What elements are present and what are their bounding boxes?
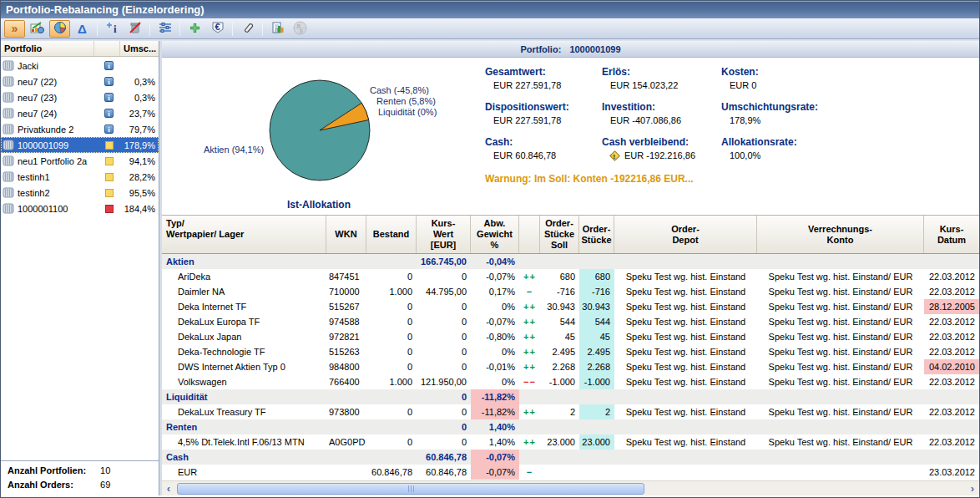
cell-verrechnungs-konto: Speku Test wg. hist. Einstand/ EUR [757, 284, 924, 299]
portfolio-row[interactable]: 1000001100184,4% [1, 201, 159, 216]
cell-bestand [366, 389, 417, 404]
add-info-button[interactable]: i [102, 20, 123, 38]
sliders-button[interactable] [154, 20, 175, 38]
cell-order-stuecke[interactable]: -1.000 [579, 374, 614, 389]
umschichtungsrate-value: 95,5% [122, 188, 159, 198]
portfolio-row[interactable]: neu1 Portfolio 2a94,1% [1, 153, 159, 169]
portfolio-row[interactable]: testinh295,5% [1, 185, 159, 201]
summary-value: EUR 0 [721, 78, 913, 90]
cell-wertpapier: Volkswagen [162, 374, 326, 389]
portfolio-row[interactable]: 1000001099178,9% [1, 137, 159, 153]
table-row[interactable]: Volkswagen7664001.000121.950,000%−−-1.00… [162, 374, 979, 389]
euro-button[interactable]: € [207, 20, 228, 38]
portfolio-row[interactable]: testinh128,2% [1, 169, 159, 185]
eraser-button[interactable] [237, 20, 258, 38]
cell-order-stuecke[interactable]: 544 [579, 314, 614, 329]
cell-kurswert: 166.745,00 [417, 254, 471, 269]
header-cell-bestand[interactable]: Bestand [366, 216, 417, 253]
column-header-umschichtungsrate[interactable]: Umsc... [120, 41, 159, 56]
toolbar-separator [97, 22, 98, 36]
table-row[interactable]: DekaLux Europa TF97458800-0,07%++544544S… [162, 314, 979, 329]
expand-button[interactable]: » [4, 20, 25, 38]
cell-wkn: 972821 [326, 329, 366, 344]
scroll-grip-icon [408, 485, 409, 492]
portfolio-icon [3, 76, 15, 87]
header-cell-sign[interactable] [519, 216, 540, 253]
column-header-status[interactable] [94, 41, 120, 56]
pie-chart-button[interactable] [49, 20, 70, 38]
header-cell-wkn[interactable]: WKN [326, 216, 366, 253]
table-row[interactable]: DWS Internet Aktien Typ 098480000-0,01%+… [162, 359, 979, 374]
header-cell-depot[interactable]: Order- Depot [614, 216, 757, 253]
cell-order-stuecke[interactable]: 680 [579, 269, 614, 284]
report-button[interactable] [267, 20, 288, 38]
cell-order-stuecke[interactable]: 30.943 [579, 299, 614, 314]
portfolio-row[interactable]: neu7 (23)i0,3% [1, 89, 159, 105]
portfolio-row[interactable]: neu7 (24)i23,7% [1, 105, 159, 121]
cell-order-depot: Speku Test wg. hist. Einstand [614, 434, 757, 450]
umschichtungsrate-value: 0,3% [122, 77, 159, 87]
order-count-label: Anzahl Orders: [8, 480, 98, 490]
cell-konto [757, 419, 924, 434]
portfolio-row[interactable]: Privatkunde 2i79,7% [1, 121, 159, 137]
cell-konto [757, 254, 924, 269]
allocation-view-button[interactable] [27, 20, 48, 38]
cell-abw-gewicht: 0% [471, 344, 519, 359]
table-group-row[interactable]: Aktien166.745,00-0,04% [162, 254, 979, 269]
table-row[interactable]: Deka-Technologie TF515263000%++2.4952.49… [162, 344, 979, 359]
cell-wkn: 984800 [326, 359, 366, 374]
summary-cell: Gesamtwert:EUR 227.591,78 [485, 66, 602, 90]
summary-cell: Kosten:EUR 0 [721, 66, 913, 90]
portfolio-list-header: Portfolio Umsc... [1, 41, 159, 57]
header-cell-soll[interactable]: Order- Stücke Soll [540, 216, 579, 253]
table-row[interactable]: DekaLux Treasury TF97380000-11,82%++22Sp… [162, 404, 979, 419]
cell-order-stuecke[interactable]: 2 [579, 404, 614, 419]
cell-order-direction: ++ [519, 299, 540, 314]
cell-order-direction: ++ [519, 404, 540, 419]
cell-order-stuecke[interactable]: 2.268 [579, 359, 614, 374]
table-row[interactable]: DekaLux Japan97282100-0,80%++4545Speku T… [162, 329, 979, 344]
header-cell-konto[interactable]: Verrechnungs- Konto [757, 216, 924, 253]
scroll-left-button[interactable]: ‹ [162, 482, 175, 495]
portfolio-row[interactable]: Jackii [1, 58, 159, 74]
status-warning-icon [96, 141, 122, 150]
table-group-row[interactable]: Cash60.846,78-0,07% [162, 450, 979, 465]
cell-verrechnungs-konto [757, 465, 924, 480]
cell-order-depot: Speku Test wg. hist. Einstand [614, 359, 757, 374]
delta-button[interactable]: Δ [72, 20, 93, 38]
cell-order-stuecke[interactable]: 45 [579, 329, 614, 344]
cell-order-stuecke[interactable]: 2.495 [579, 344, 614, 359]
cell-order-stuecke[interactable]: 23.000 [579, 434, 614, 450]
table-group-row[interactable]: Liquidität0-11,82% [162, 389, 979, 404]
portfolio-row[interactable]: neu7 (22)i0,3% [1, 74, 159, 89]
scroll-thumb[interactable] [177, 483, 644, 495]
header-cell-typ[interactable]: Typ/ Wertpapier/ Lager [162, 216, 326, 253]
table-row[interactable]: 4,5% Dt.Telek.Intl F.06/13 MTNA0G0PD001,… [162, 434, 979, 450]
table-group-row[interactable]: Renten01,40% [162, 419, 979, 434]
cell-kurswert: 0 [417, 389, 471, 404]
header-cell-stuecke[interactable]: Order- Stücke [579, 216, 614, 253]
cell-order-depot: Speku Test wg. hist. Einstand [614, 374, 757, 389]
pie-label-liquiditaet: Liquidität (0%) [378, 107, 437, 117]
cell-depot [614, 450, 757, 465]
table-row[interactable]: AriDeka84745100-0,07%++680680Speku Test … [162, 269, 979, 284]
column-header-portfolio[interactable]: Portfolio [1, 41, 94, 56]
cell-order-stuecke[interactable] [579, 465, 614, 480]
pie-label-cash: Cash (-45,8%) [370, 85, 429, 95]
cell-verrechnungs-konto: Speku Test wg. hist. Einstand/ EUR [757, 299, 924, 314]
delete-button[interactable] [124, 20, 145, 38]
cell-order-stuecke[interactable]: -716 [579, 284, 614, 299]
header-cell-abw[interactable]: Abw. Gewicht % [471, 216, 519, 253]
header-cell-kurswert[interactable]: Kurs- Wert [EUR] [417, 216, 471, 253]
scroll-right-button[interactable]: › [966, 482, 979, 495]
header-cell-datum[interactable]: Kurs- Datum [924, 216, 979, 253]
summary-cell: Allokationsrate:100,0% [721, 136, 913, 160]
table-row[interactable]: Deka Internet TF515267000%++30.94330.943… [162, 299, 979, 314]
eraser-icon [241, 22, 255, 35]
add-button[interactable] [184, 20, 205, 38]
report-icon [271, 21, 285, 36]
table-row[interactable]: EUR60.846,7860.846,78-0,07%−23.03.2012 [162, 465, 979, 480]
status-info-icon: i [96, 77, 122, 86]
group-name: Cash [162, 450, 326, 465]
table-row[interactable]: Daimler NA7100001.00044.795,000,17%−-716… [162, 284, 979, 299]
